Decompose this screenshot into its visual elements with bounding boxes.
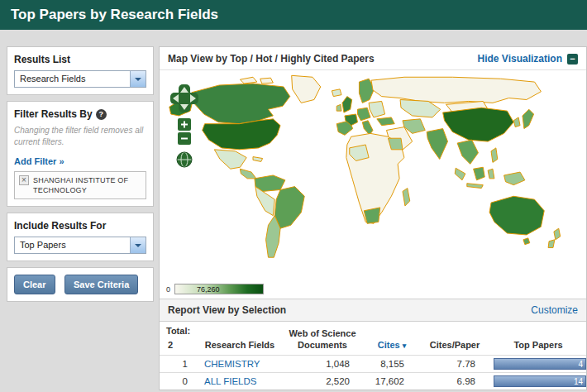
top-papers-cell: 14 (490, 372, 586, 390)
table-header-row: Total: 2 Research Fields Web of Science … (160, 322, 586, 355)
col-cites-sort[interactable]: Cites ▾ (365, 322, 419, 355)
save-criteria-button[interactable]: Save Criteria (64, 275, 138, 294)
results-list-panel: Results List Research Fields (7, 46, 154, 95)
filter-panel: Filter Results By? Changing the filter f… (7, 101, 154, 207)
total-value: 2 (166, 340, 198, 351)
report-view-header: Report View by Selection Customize (160, 299, 586, 322)
zoom-in-button[interactable] (178, 118, 191, 131)
col-top-papers[interactable]: Top Papers (490, 322, 586, 355)
cites-value: 8,155 (365, 355, 419, 372)
remove-filter-icon[interactable]: × (19, 175, 29, 185)
field-link-all-fields[interactable]: ALL FIELDS (199, 372, 280, 390)
chevron-down-icon[interactable] (130, 71, 146, 87)
results-list-dropdown[interactable]: Research Fields (14, 70, 146, 88)
actions-panel: Clear Save Criteria (7, 267, 154, 302)
cites-per-paper-value: 7.78 (419, 355, 490, 372)
map-view-header: Map View by Top / Hot / Highly Cited Pap… (160, 47, 586, 70)
table-row: 1 CHEMISTRY 1,048 8,155 7.78 4 (160, 355, 586, 372)
include-results-panel: Include Results For Top Papers (7, 213, 154, 261)
filter-label: Filter Results By? (14, 108, 146, 120)
map-legend: 0 76,260 (166, 284, 264, 294)
row-index: 0 (160, 372, 199, 390)
help-icon[interactable]: ? (96, 109, 107, 120)
report-table: Total: 2 Research Fields Web of Science … (160, 322, 586, 390)
sort-desc-icon: ▾ (403, 342, 407, 350)
map-countries[interactable] (169, 75, 561, 257)
include-results-label: Include Results For (14, 220, 146, 232)
minus-icon: − (567, 54, 578, 65)
content: Results List Research Fields Filter Resu… (0, 30, 587, 390)
sidebar: Results List Research Fields Filter Resu… (7, 46, 154, 308)
legend-min-label: 0 (166, 285, 170, 294)
map-controls[interactable] (169, 84, 199, 171)
globe-icon[interactable] (177, 152, 192, 167)
legend-max-label: 76,260 (197, 285, 220, 294)
main-panel: Map View by Top / Hot / Highly Cited Pap… (159, 46, 587, 390)
table-row: 0 ALL FIELDS 2,520 17,602 6.98 14 (160, 372, 586, 390)
col-wos-documents[interactable]: Web of Science Documents (280, 322, 365, 355)
docs-value: 1,048 (280, 355, 365, 372)
clear-button[interactable]: Clear (14, 275, 55, 294)
filter-note: Changing the filter field removes all cu… (14, 125, 146, 147)
top-papers-bar: 14 (494, 375, 586, 387)
customize-link[interactable]: Customize (531, 304, 578, 316)
add-filter-link[interactable]: Add Filter » (14, 156, 64, 166)
top-papers-cell: 4 (490, 355, 586, 372)
filter-tag: × SHANGHAI INSTITUTE OF TECHNOLOGY (14, 171, 146, 199)
results-list-label: Results List (14, 54, 146, 65)
results-list-value: Research Fields (20, 74, 85, 84)
filter-tag-label: SHANGHAI INSTITUTE OF TECHNOLOGY (33, 175, 141, 195)
col-cites-per-paper[interactable]: Cites/Paper (419, 322, 490, 355)
report-view-title: Report View by Selection (168, 304, 286, 316)
map-view-title: Map View by Top / Hot / Highly Cited Pap… (168, 53, 375, 65)
total-header: Total: 2 (160, 322, 199, 355)
legend-gradient-bar: 76,260 (174, 284, 264, 294)
top-papers-bar: 4 (494, 358, 586, 370)
field-link-chemistry[interactable]: CHEMISTRY (199, 355, 280, 372)
page-title: Top Papers by Research Fields (0, 0, 587, 30)
map-area: 0 76,260 (160, 70, 586, 299)
world-map[interactable] (163, 72, 581, 277)
row-index: 1 (160, 355, 199, 372)
cites-per-paper-value: 6.98 (419, 372, 490, 390)
include-results-dropdown[interactable]: Top Papers (14, 237, 146, 254)
total-label: Total: (166, 326, 198, 337)
docs-value: 2,520 (280, 372, 365, 390)
include-results-value: Top Papers (20, 240, 66, 250)
map-pan-control[interactable] (170, 84, 198, 112)
cites-value: 17,602 (365, 372, 419, 390)
col-research-fields[interactable]: Research Fields (199, 322, 280, 355)
hide-visualization-link[interactable]: Hide Visualization − (478, 53, 578, 65)
zoom-out-button[interactable] (178, 132, 191, 145)
chevron-down-icon[interactable] (130, 237, 146, 253)
